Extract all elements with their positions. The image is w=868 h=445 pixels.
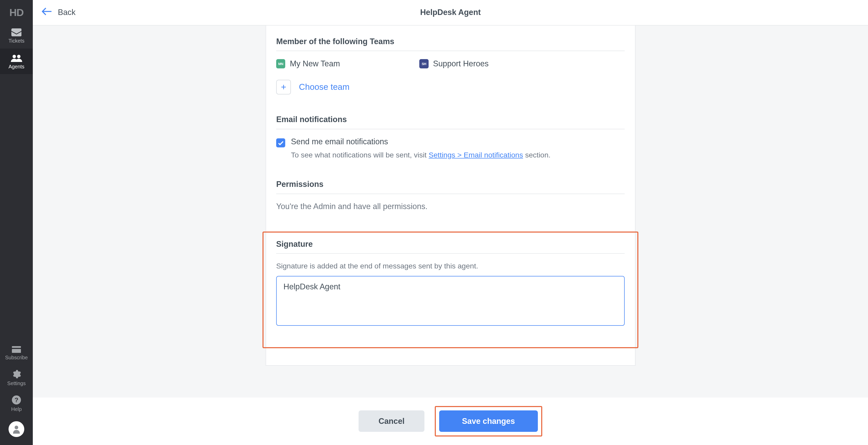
team-badge: MN <box>276 59 285 68</box>
choose-team-link[interactable]: Choose team <box>299 82 349 92</box>
back-button[interactable]: Back <box>42 7 75 18</box>
svg-rect-3 <box>12 346 21 348</box>
help-icon: ? <box>12 396 21 405</box>
sidebar-item-label: Help <box>11 406 22 412</box>
permissions-text: You're the Admin and have all permission… <box>276 202 625 211</box>
team-name: My New Team <box>290 59 340 68</box>
topbar: Back HelpDesk Agent <box>33 0 868 26</box>
signature-help-text: Signature is added at the end of message… <box>276 262 625 270</box>
svg-text:?: ? <box>14 397 18 404</box>
svg-point-7 <box>15 425 18 429</box>
back-label: Back <box>58 8 75 17</box>
check-icon <box>278 138 284 147</box>
app-logo: HD <box>0 0 33 23</box>
checkbox-label: Send me email notifications <box>291 137 388 146</box>
signature-highlight-box: Signature Signature is added at the end … <box>263 232 638 348</box>
email-section-title: Email notifications <box>276 115 625 129</box>
sidebar-item-tickets[interactable]: Tickets <box>0 23 33 48</box>
agents-icon <box>11 54 22 62</box>
team-name: Support Heroes <box>433 59 489 68</box>
ticket-icon <box>11 28 22 36</box>
sidebar-item-label: Agents <box>8 64 25 70</box>
svg-rect-4 <box>12 349 21 353</box>
svg-point-2 <box>17 55 21 58</box>
page-title: HelpDesk Agent <box>420 8 481 17</box>
save-button[interactable]: Save changes <box>439 410 538 432</box>
sidebar-item-subscribe[interactable]: Subscribe <box>0 342 33 365</box>
svg-point-1 <box>12 55 16 58</box>
sidebar-item-label: Tickets <box>8 38 25 44</box>
subscribe-icon <box>12 346 21 353</box>
team-item[interactable]: SH Support Heroes <box>420 59 489 68</box>
add-team-button[interactable]: + <box>276 80 291 95</box>
signature-input[interactable]: HelpDesk Agent <box>276 276 625 326</box>
arrow-left-icon <box>42 7 58 18</box>
save-highlight-box: Save changes <box>435 406 542 437</box>
sidebar-item-agents[interactable]: Agents <box>0 48 33 74</box>
sidebar: HD Tickets Agents Subscribe Settings ? H… <box>0 0 33 445</box>
settings-card: Member of the following Teams MN My New … <box>266 26 636 366</box>
sidebar-item-help[interactable]: ? Help <box>0 391 33 417</box>
email-help-text: To see what notifications will be sent, … <box>291 151 625 159</box>
email-settings-link[interactable]: Settings > Email notifications <box>429 151 523 159</box>
team-badge: SH <box>420 59 429 68</box>
email-notifications-checkbox[interactable] <box>276 138 285 147</box>
team-item[interactable]: MN My New Team <box>276 59 340 68</box>
sidebar-item-label: Subscribe <box>5 355 28 361</box>
user-avatar[interactable] <box>8 421 24 437</box>
teams-section-title: Member of the following Teams <box>276 37 625 52</box>
footer-bar: Cancel Save changes <box>33 398 868 445</box>
plus-icon: + <box>281 82 286 92</box>
gear-icon <box>12 370 21 379</box>
permissions-section-title: Permissions <box>276 180 625 194</box>
sidebar-item-settings[interactable]: Settings <box>0 365 33 391</box>
sidebar-item-label: Settings <box>7 380 26 386</box>
person-icon <box>12 424 21 434</box>
signature-section-title: Signature <box>276 240 625 254</box>
cancel-button[interactable]: Cancel <box>359 410 425 432</box>
